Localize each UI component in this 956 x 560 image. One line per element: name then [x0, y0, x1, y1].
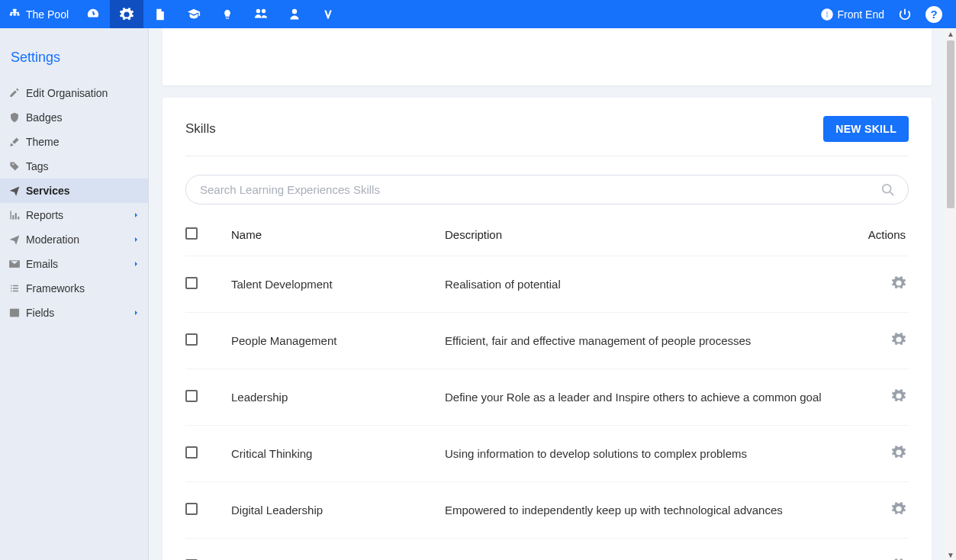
sidebar-item-reports[interactable]: Reports [0, 203, 148, 227]
nav-ideas[interactable] [211, 0, 244, 28]
chevron-right-icon [133, 236, 140, 243]
gear-icon [120, 8, 134, 21]
col-name: Name [231, 228, 445, 241]
content-area: Skills NEW SKILL Name Description Action… [149, 28, 945, 560]
sidebar-item-label: Theme [26, 136, 60, 148]
sidebar-item-edit-organisation[interactable]: Edit Organisation [0, 81, 148, 105]
nav-people[interactable] [244, 0, 278, 28]
row-actions-button[interactable] [892, 276, 906, 290]
sidebar-item-label: Moderation [26, 233, 79, 246]
shield-icon [9, 112, 26, 123]
plane-icon [9, 185, 26, 196]
list-icon [9, 283, 26, 294]
nav-dashboard[interactable] [76, 0, 110, 28]
nav-documents[interactable] [143, 0, 177, 28]
cell-description: Realisation of potential [445, 278, 848, 291]
sidebar-item-label: Edit Organisation [26, 87, 108, 99]
search-input[interactable] [185, 175, 909, 204]
brush-icon [9, 137, 26, 147]
skills-table: Name Description Actions Talent Developm… [185, 214, 909, 560]
col-description: Description [445, 228, 848, 241]
row-checkbox[interactable] [185, 333, 198, 346]
top-nav: The Pool Front End ? [0, 0, 956, 28]
cell-description: Using information to develop solutions t… [445, 447, 848, 460]
cell-name: Talent Development [231, 278, 445, 291]
row-checkbox[interactable] [185, 390, 198, 402]
sidebar-item-label: Services [26, 185, 70, 197]
sidebar-item-moderation[interactable]: Moderation [0, 227, 148, 252]
table-row: Critical ThinkingUsing information to de… [185, 426, 909, 482]
v-icon [322, 8, 334, 21]
frontend-label: Front End [838, 8, 884, 21]
row-actions-button[interactable] [892, 389, 906, 403]
plane-icon [9, 234, 26, 245]
row-checkbox[interactable] [185, 277, 198, 289]
upper-panel [163, 28, 932, 85]
sidebar-item-label: Tags [26, 160, 49, 172]
skills-panel: Skills NEW SKILL Name Description Action… [163, 98, 932, 560]
scroll-up-arrow[interactable]: ▲ [945, 28, 956, 39]
table-row: LeadershipDefine your Role as a leader a… [185, 369, 909, 426]
panel-title: Skills [185, 121, 216, 137]
table-row: NegotiationRealisation of potential to e… [185, 539, 909, 560]
row-actions-button[interactable] [892, 446, 906, 459]
scroll-thumb[interactable] [947, 40, 954, 208]
gear-icon [892, 389, 906, 403]
table-header: Name Description Actions [185, 214, 909, 256]
chevron-right-icon [133, 309, 140, 317]
cell-description: Define your Role as a leader and Inspire… [445, 391, 848, 404]
gear-icon [892, 446, 906, 459]
gear-icon [892, 276, 906, 290]
nav-profile[interactable] [278, 0, 311, 28]
barchart-icon [9, 210, 26, 220]
sidebar-item-label: Badges [26, 111, 62, 124]
brand[interactable]: The Pool [6, 8, 76, 21]
logout-button[interactable] [898, 8, 912, 21]
sidebar-item-frameworks[interactable]: Frameworks [0, 276, 148, 301]
topnav-icons [76, 0, 345, 28]
dashboard-icon [86, 8, 100, 21]
sidebar-item-services[interactable]: Services [0, 179, 148, 203]
search-icon-button[interactable] [881, 183, 895, 197]
row-checkbox[interactable] [185, 503, 198, 515]
sidebar-item-emails[interactable]: Emails [0, 252, 148, 276]
sidebar-item-label: Reports [26, 209, 63, 221]
vertical-scrollbar[interactable]: ▲ ▼ [945, 28, 956, 560]
topbar-right: Front End ? [821, 6, 956, 23]
row-actions-button[interactable] [892, 502, 906, 516]
cell-name: Critical Thinking [231, 447, 445, 460]
globe-icon [821, 8, 833, 21]
power-icon [898, 8, 912, 21]
document-icon [154, 8, 166, 21]
table-row: Digital LeadershipEmpowered to independe… [185, 482, 909, 539]
cell-name: Leadership [231, 391, 445, 404]
row-checkbox[interactable] [185, 446, 198, 459]
sidebar-item-theme[interactable]: Theme [0, 130, 148, 154]
new-skill-button[interactable]: NEW SKILL [823, 116, 909, 142]
select-all-checkbox[interactable] [185, 227, 198, 240]
sidebar-heading: Settings [0, 50, 148, 81]
bulb-icon [222, 8, 233, 21]
sidebar-item-tags[interactable]: Tags [0, 154, 148, 179]
gear-icon [892, 502, 906, 516]
chevron-right-icon [133, 211, 140, 219]
search-icon [881, 183, 895, 197]
nav-v[interactable] [311, 0, 345, 28]
table-row: People ManagementEfficient, fair and eff… [185, 313, 909, 369]
nav-learning[interactable] [177, 0, 211, 28]
frontend-link[interactable]: Front End [821, 8, 884, 21]
sidebar-item-label: Fields [26, 307, 54, 319]
graduation-icon [186, 8, 201, 21]
help-button[interactable]: ? [925, 6, 942, 23]
row-actions-button[interactable] [892, 333, 906, 346]
cell-name: People Management [231, 334, 445, 347]
sidebar-item-label: Frameworks [26, 282, 85, 294]
nav-settings[interactable] [110, 0, 143, 28]
sidebar-item-fields[interactable]: Fields [0, 301, 148, 325]
scroll-down-arrow[interactable]: ▼ [945, 549, 956, 560]
gear-icon [892, 333, 906, 346]
table-icon [9, 307, 26, 318]
sidebar-item-badges[interactable]: Badges [0, 105, 148, 130]
chevron-right-icon [133, 260, 140, 268]
envelope-icon [9, 259, 26, 269]
